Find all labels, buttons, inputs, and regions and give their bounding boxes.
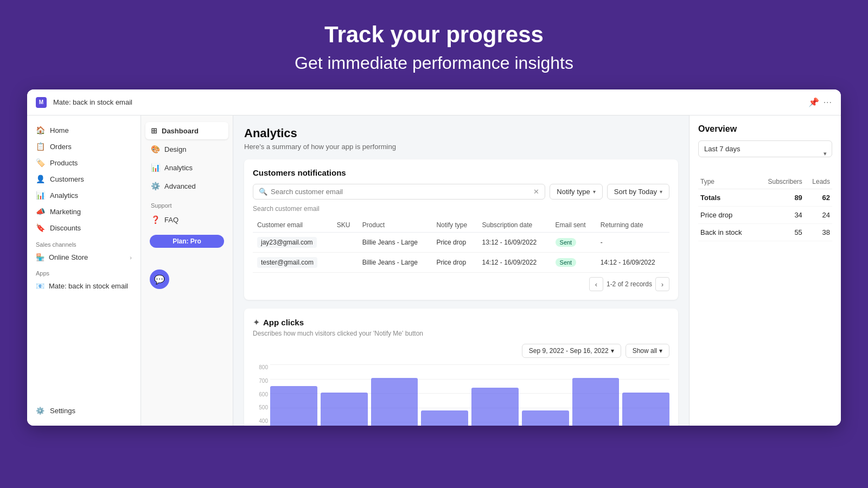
sidebar-item-customers[interactable]: 👤 Customers	[27, 171, 141, 187]
date-range-label: Sep 9, 2022 - Sep 16, 2022	[529, 347, 609, 355]
chart-bar	[572, 378, 620, 426]
chart-bar	[522, 410, 569, 426]
app-container: M Mate: back in stock email 📌 ··· 🏠 Home…	[27, 89, 841, 426]
chat-button[interactable]: 💬	[150, 269, 169, 289]
left-sidebar: 🏠 Home 📋 Orders 🏷️ Products 👤 Customers …	[27, 115, 141, 426]
chart-y-labels: 800700600500400300200	[253, 364, 268, 426]
next-page-button[interactable]: ›	[655, 277, 669, 291]
notify-type-filter[interactable]: Notify type ▾	[550, 184, 602, 200]
faq-label: FAQ	[164, 216, 178, 224]
chart-y-label: 400	[253, 418, 268, 424]
more-options-icon[interactable]: ···	[824, 98, 832, 107]
sidebar-label-orders: Orders	[50, 143, 72, 151]
chevron-down-show-icon: ▾	[659, 347, 662, 355]
hero-section: Track your progress Get immediate perfor…	[0, 0, 868, 89]
chart-y-label: 800	[253, 364, 268, 370]
chart-area: 800700600500400300200	[253, 364, 669, 426]
notifications-table: Customer email SKU Product Notify type S…	[253, 218, 669, 273]
sidebar-item-products[interactable]: 🏷️ Products	[27, 155, 141, 171]
overview-col-type: Type	[698, 175, 756, 189]
cell-notify-type: Price drop	[432, 253, 477, 273]
sidebar-label-customers: Customers	[50, 175, 84, 183]
cell-returning-date: -	[596, 233, 669, 253]
col-notify-type: Notify type	[432, 218, 477, 233]
notify-type-label: Notify type	[557, 188, 590, 196]
analytics-label: Analytics	[164, 164, 193, 172]
search-icon: 🔍	[259, 188, 267, 196]
chart-bar	[421, 410, 468, 426]
search-box[interactable]: 🔍 ✕	[253, 184, 545, 200]
chart-y-label: 600	[253, 391, 268, 397]
second-sidebar-item-dashboard[interactable]: ⊞ Dashboard	[145, 122, 228, 139]
cell-email: jay23@gmail.com	[253, 233, 333, 253]
support-label: Support	[145, 196, 228, 211]
show-period-select[interactable]: Last 7 daysLast 30 daysLast 90 days	[698, 140, 832, 157]
table-row: jay23@gmail.com Billie Jeans - Large Pri…	[253, 233, 669, 253]
sidebar-item-apps-mate[interactable]: 📧 Mate: back in stock email	[27, 279, 141, 293]
second-sidebar-item-analytics[interactable]: 📊 Analytics	[145, 159, 228, 176]
chart-y-label: 700	[253, 378, 268, 384]
table-row: tester@gmail.com Billie Jeans - Large Pr…	[253, 253, 669, 273]
pin-icon[interactable]: 📌	[808, 97, 819, 107]
sidebar-label-products: Products	[50, 159, 78, 167]
cell-email-sent: Sent	[551, 233, 596, 253]
app-clicks-card: ✦ App clicks Describes how much visitors…	[244, 309, 678, 426]
list-item: Totals 89 62	[698, 189, 832, 207]
sort-by-filter[interactable]: Sort by Today ▾	[607, 184, 669, 200]
sidebar-item-discounts[interactable]: 🔖 Discounts	[27, 220, 141, 236]
chart-bar	[270, 386, 317, 426]
cell-product: Billie Jeans - Large	[358, 233, 432, 253]
customers-icon: 👤	[36, 175, 44, 183]
sidebar-label-home: Home	[50, 126, 69, 134]
cell-returning-date: 14:12 - 16/09/2022	[596, 253, 669, 273]
overview-subscribers: 55	[756, 224, 805, 241]
chart-bar-group	[371, 378, 418, 426]
date-range-button[interactable]: Sep 9, 2022 - Sep 16, 2022 ▾	[522, 344, 621, 358]
cell-subscription-date: 13:12 - 16/09/2022	[477, 233, 551, 253]
second-sidebar-item-advanced[interactable]: ⚙️ Advanced	[145, 177, 228, 195]
advanced-icon: ⚙️	[151, 182, 160, 190]
show-all-button[interactable]: Show all ▾	[626, 344, 669, 358]
sidebar-item-settings[interactable]: ⚙️ Settings	[27, 402, 141, 419]
main-layout: 🏠 Home 📋 Orders 🏷️ Products 👤 Customers …	[27, 115, 841, 426]
sidebar-item-marketing[interactable]: 📣 Marketing	[27, 203, 141, 220]
app-clicks-title: App clicks	[263, 318, 304, 327]
filter-row: 🔍 ✕ Notify type ▾ Sort by Today ▾	[253, 184, 669, 200]
hero-subtitle: Get immediate performance insights	[11, 53, 857, 73]
chart-bar-group	[270, 386, 317, 426]
second-sidebar-item-faq[interactable]: ❓ FAQ	[145, 211, 228, 228]
dashboard-label: Dashboard	[162, 127, 199, 135]
design-icon: 🎨	[151, 145, 160, 153]
app-clicks-subtitle: Describes how much visitors clicked your…	[253, 330, 669, 337]
online-store-icon: 🏪	[36, 253, 44, 261]
second-sidebar-item-design[interactable]: 🎨 Design	[145, 140, 228, 158]
overview-leads: 24	[805, 207, 832, 224]
list-item: Back in stock 55 38	[698, 224, 832, 241]
overview-type: Back in stock	[698, 224, 756, 241]
products-icon: 🏷️	[36, 158, 44, 167]
top-bar-actions: 📌 ···	[808, 97, 832, 107]
app-logo-icon: M	[36, 97, 47, 108]
sidebar-item-orders[interactable]: 📋 Orders	[27, 138, 141, 155]
search-input[interactable]	[271, 188, 530, 196]
chart-bars	[270, 364, 669, 426]
clear-icon[interactable]: ✕	[533, 188, 539, 196]
sidebar-item-analytics[interactable]: 📊 Analytics	[27, 187, 141, 203]
hero-title: Track your progress	[11, 22, 857, 48]
overview-subscribers: 34	[756, 207, 805, 224]
second-sidebar: ⊞ Dashboard 🎨 Design 📊 Analytics ⚙️ Adva…	[141, 115, 233, 426]
sidebar-item-online-store[interactable]: 🏪 Online Store ›	[27, 250, 141, 265]
col-returning-date: Returning date	[596, 218, 669, 233]
sidebar-label-discounts: Discounts	[50, 224, 81, 232]
plan-badge[interactable]: Plan: Pro	[150, 235, 224, 248]
orders-icon: 📋	[36, 142, 44, 151]
overview-table: Type Subscribers Leads Totals 89 62 Pric…	[698, 175, 832, 241]
main-content: Analytics Here's a summary of how your a…	[233, 115, 689, 426]
prev-page-button[interactable]: ‹	[589, 277, 603, 291]
cell-email: tester@gmail.com	[253, 253, 333, 273]
online-store-label: Online Store	[49, 253, 88, 261]
marketing-icon: 📣	[36, 207, 44, 216]
sidebar-item-home[interactable]: 🏠 Home	[27, 122, 141, 138]
top-bar: M Mate: back in stock email 📌 ···	[27, 89, 841, 115]
chart-bar-group	[622, 393, 669, 426]
